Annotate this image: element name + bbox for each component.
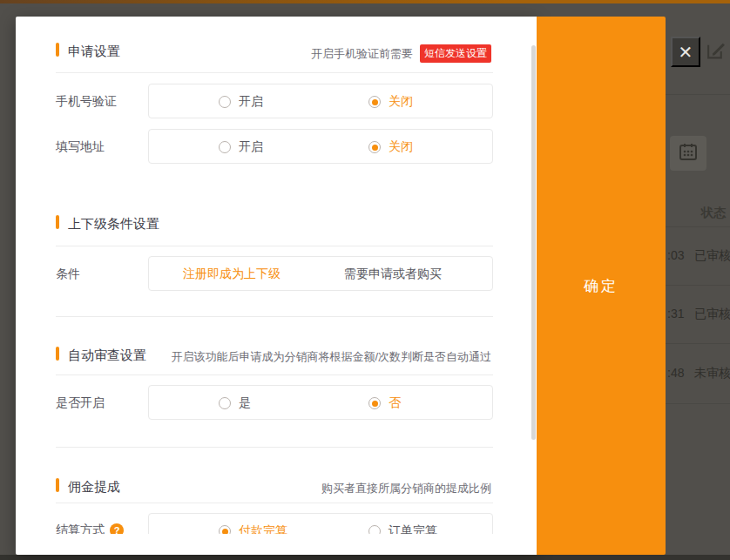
dialog-scroll-area: 申请设置 开启手机验证前需要 短信发送设置 手机号验证 开启 关闭 填写地址 (16, 17, 537, 534)
note-text: 开启该功能后申请成为分销商将根据金额/次数判断是否自动通过 (171, 349, 491, 365)
divider (56, 374, 493, 375)
radio-option[interactable]: 开启 (219, 130, 263, 165)
radio-option[interactable]: 关闭 (368, 130, 413, 165)
divider (56, 246, 493, 246)
section-note: 开启手机验证前需要 短信发送设置 (311, 44, 491, 63)
radio-option[interactable]: 是 (219, 386, 251, 421)
radio-option[interactable]: 关闭 (368, 84, 413, 119)
section-title: 自动审查设置 (68, 347, 146, 364)
row-label: 手机号验证 (56, 94, 117, 110)
radio-selected-icon (368, 397, 381, 409)
confirm-label: 确定 (584, 276, 618, 296)
row-label: 填写地址 (56, 139, 105, 155)
settings-dialog: 申请设置 开启手机验证前需要 短信发送设置 手机号验证 开启 关闭 填写地址 (16, 17, 537, 555)
table-row: :31 (667, 307, 684, 320)
radio-group-phone-verify: 开启 关闭 (148, 84, 493, 118)
calendar-icon (678, 141, 699, 165)
divider (56, 503, 493, 503)
option-apply-or-purchase[interactable]: 需要申请或者购买 (310, 257, 476, 292)
radio-icon (368, 525, 381, 534)
radio-option[interactable]: 订单完算 (368, 514, 437, 534)
status-column-header: 状态 (701, 206, 726, 221)
section-title: 佣金提成 (68, 479, 120, 496)
section-separator (56, 316, 493, 317)
radio-group-auto-review: 是 否 (148, 385, 493, 420)
section-marker (56, 478, 59, 492)
scrollbar[interactable] (531, 45, 536, 440)
table-row: :03 (667, 248, 684, 262)
condition-option-group: 注册即成为上下级 需要申请或者购买 (148, 256, 493, 291)
section-title: 上下级条件设置 (68, 216, 159, 233)
page-header-bar (0, 0, 730, 3)
status-badge: 已审核 (694, 248, 730, 264)
close-icon: ✕ (679, 42, 693, 63)
section-marker (56, 347, 59, 361)
row-label: 是否开启 (56, 395, 105, 411)
section-marker (56, 215, 59, 229)
section-separator (56, 447, 493, 448)
radio-selected-icon (368, 141, 381, 153)
section-marker (56, 43, 59, 57)
sms-settings-link[interactable]: 短信发送设置 (420, 44, 491, 63)
row-label: 结算方式 ? (56, 523, 124, 534)
radio-option[interactable]: 开启 (219, 84, 263, 119)
note-text: 购买者直接所属分销商的提成比例 (321, 481, 491, 496)
radio-group-settlement: 付款完算 订单完算 (148, 513, 493, 534)
help-icon[interactable]: ? (110, 523, 124, 534)
radio-option[interactable]: 否 (368, 386, 401, 421)
radio-selected-icon (219, 525, 231, 534)
radio-group-address: 开启 关闭 (148, 129, 493, 164)
section-note: 购买者直接所属分销商的提成比例 (321, 481, 491, 496)
radio-icon (219, 141, 231, 153)
table-row: :48 (667, 366, 684, 380)
row-label: 条件 (56, 267, 80, 282)
screen: ✕ 状态 :03 已审核 :31 已审核 :48 未审核 (0, 0, 730, 560)
radio-option[interactable]: 付款完算 (219, 514, 287, 534)
status-badge: 未审核 (694, 366, 730, 381)
close-button[interactable]: ✕ (671, 37, 700, 67)
note-text: 开启手机验证前需要 (311, 46, 413, 62)
section-note: 开启该功能后申请成为分销商将根据金额/次数判断是否自动通过 (171, 349, 491, 365)
option-register-becomes-relation[interactable]: 注册即成为上下级 (149, 257, 314, 292)
divider (56, 72, 493, 73)
radio-icon (219, 397, 231, 409)
radio-icon (219, 96, 231, 108)
section-title: 申请设置 (68, 44, 120, 60)
radio-selected-icon (368, 96, 381, 108)
page-bottom-edge (0, 555, 730, 560)
status-badge: 已审核 (694, 307, 730, 322)
edit-icon[interactable] (705, 39, 727, 62)
confirm-button[interactable]: 确定 (537, 17, 666, 555)
date-filter-button[interactable] (670, 136, 706, 171)
